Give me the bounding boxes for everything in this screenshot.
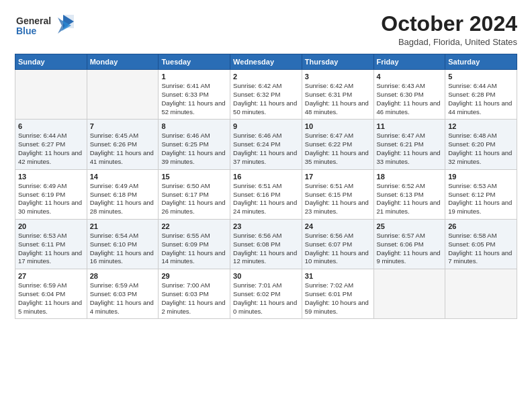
table-row: 1Sunrise: 6:41 AMSunset: 6:33 PMDaylight…	[159, 70, 230, 120]
day-info: Sunrise: 6:47 AMSunset: 6:22 PMDaylight:…	[305, 132, 371, 166]
table-row	[373, 269, 445, 319]
table-row: 4Sunrise: 6:43 AMSunset: 6:30 PMDaylight…	[373, 70, 445, 120]
col-friday: Friday	[373, 54, 445, 70]
day-number: 11	[377, 122, 443, 130]
table-row: 11Sunrise: 6:47 AMSunset: 6:21 PMDayligh…	[373, 120, 445, 169]
title-block: October 2024 Bagdad, Florida, United Sta…	[381, 12, 517, 47]
month-title: October 2024	[381, 12, 517, 36]
table-row: 21Sunrise: 6:54 AMSunset: 6:10 PMDayligh…	[87, 219, 159, 269]
col-monday: Monday	[87, 54, 159, 70]
table-row: 5Sunrise: 6:44 AMSunset: 6:28 PMDaylight…	[445, 70, 517, 120]
day-number: 31	[305, 272, 371, 280]
logo-svg: General Blue	[15, 12, 75, 40]
day-number: 20	[18, 222, 84, 230]
logo-block: General Blue	[15, 12, 75, 43]
table-row: 23Sunrise: 6:56 AMSunset: 6:08 PMDayligh…	[230, 219, 302, 269]
day-number: 15	[161, 173, 227, 181]
day-number: 28	[90, 272, 156, 280]
table-row: 13Sunrise: 6:49 AMSunset: 6:19 PMDayligh…	[15, 169, 87, 219]
day-info: Sunrise: 6:43 AMSunset: 6:30 PMDaylight:…	[377, 82, 443, 116]
col-wednesday: Wednesday	[230, 54, 302, 70]
table-row	[15, 70, 87, 120]
day-info: Sunrise: 6:41 AMSunset: 6:33 PMDaylight:…	[161, 82, 227, 116]
table-row: 3Sunrise: 6:42 AMSunset: 6:31 PMDaylight…	[302, 70, 373, 120]
day-info: Sunrise: 6:59 AMSunset: 6:04 PMDaylight:…	[18, 281, 84, 316]
table-row	[87, 70, 159, 120]
day-info: Sunrise: 6:58 AMSunset: 6:05 PMDaylight:…	[448, 232, 514, 266]
table-row: 29Sunrise: 7:00 AMSunset: 6:03 PMDayligh…	[159, 269, 230, 319]
day-info: Sunrise: 6:47 AMSunset: 6:21 PMDaylight:…	[377, 132, 443, 166]
table-row: 18Sunrise: 6:52 AMSunset: 6:13 PMDayligh…	[373, 169, 445, 219]
day-number: 5	[448, 73, 514, 81]
day-number: 27	[18, 272, 84, 280]
day-info: Sunrise: 6:49 AMSunset: 6:19 PMDaylight:…	[18, 182, 84, 216]
day-info: Sunrise: 6:42 AMSunset: 6:31 PMDaylight:…	[305, 82, 371, 116]
calendar-table: Sunday Monday Tuesday Wednesday Thursday…	[15, 54, 517, 319]
table-row: 31Sunrise: 7:02 AMSunset: 6:01 PMDayligh…	[302, 269, 373, 319]
table-row: 24Sunrise: 6:56 AMSunset: 6:07 PMDayligh…	[302, 219, 373, 269]
table-row: 30Sunrise: 7:01 AMSunset: 6:02 PMDayligh…	[230, 269, 302, 319]
col-sunday: Sunday	[15, 54, 87, 70]
day-info: Sunrise: 6:56 AMSunset: 6:08 PMDaylight:…	[233, 232, 299, 266]
day-number: 2	[233, 73, 299, 81]
day-info: Sunrise: 7:01 AMSunset: 6:02 PMDaylight:…	[233, 281, 299, 316]
day-info: Sunrise: 6:53 AMSunset: 6:11 PMDaylight:…	[18, 232, 84, 266]
day-number: 4	[377, 73, 443, 81]
col-tuesday: Tuesday	[159, 54, 230, 70]
table-row: 12Sunrise: 6:48 AMSunset: 6:20 PMDayligh…	[445, 120, 517, 169]
header: General Blue October 2024 Bagdad, Florid…	[15, 12, 517, 47]
day-number: 19	[448, 173, 514, 181]
table-row: 19Sunrise: 6:53 AMSunset: 6:12 PMDayligh…	[445, 169, 517, 219]
calendar-week-row: 6Sunrise: 6:44 AMSunset: 6:27 PMDaylight…	[15, 120, 517, 169]
day-number: 16	[233, 173, 299, 181]
calendar-week-row: 27Sunrise: 6:59 AMSunset: 6:04 PMDayligh…	[15, 269, 517, 319]
table-row: 2Sunrise: 6:42 AMSunset: 6:32 PMDaylight…	[230, 70, 302, 120]
day-info: Sunrise: 6:55 AMSunset: 6:09 PMDaylight:…	[161, 232, 227, 266]
day-number: 21	[90, 222, 156, 230]
day-number: 17	[305, 173, 371, 181]
table-row: 15Sunrise: 6:50 AMSunset: 6:17 PMDayligh…	[159, 169, 230, 219]
day-number: 10	[305, 122, 371, 130]
day-number: 26	[448, 222, 514, 230]
day-info: Sunrise: 6:50 AMSunset: 6:17 PMDaylight:…	[161, 182, 227, 216]
table-row: 26Sunrise: 6:58 AMSunset: 6:05 PMDayligh…	[445, 219, 517, 269]
day-number: 1	[161, 73, 227, 81]
day-number: 12	[448, 122, 514, 130]
day-number: 29	[161, 272, 227, 280]
table-row: 27Sunrise: 6:59 AMSunset: 6:04 PMDayligh…	[15, 269, 87, 319]
table-row: 7Sunrise: 6:45 AMSunset: 6:26 PMDaylight…	[87, 120, 159, 169]
day-info: Sunrise: 6:45 AMSunset: 6:26 PMDaylight:…	[90, 132, 156, 166]
day-info: Sunrise: 6:54 AMSunset: 6:10 PMDaylight:…	[90, 232, 156, 266]
day-number: 25	[377, 222, 443, 230]
calendar-body: 1Sunrise: 6:41 AMSunset: 6:33 PMDaylight…	[15, 70, 517, 319]
day-number: 13	[18, 173, 84, 181]
day-info: Sunrise: 6:49 AMSunset: 6:18 PMDaylight:…	[90, 182, 156, 216]
day-info: Sunrise: 6:44 AMSunset: 6:27 PMDaylight:…	[18, 132, 84, 166]
table-row: 14Sunrise: 6:49 AMSunset: 6:18 PMDayligh…	[87, 169, 159, 219]
day-info: Sunrise: 6:51 AMSunset: 6:15 PMDaylight:…	[305, 182, 371, 216]
day-number: 14	[90, 173, 156, 181]
svg-text:General: General	[16, 15, 51, 26]
header-row: Sunday Monday Tuesday Wednesday Thursday…	[15, 54, 517, 70]
table-row: 9Sunrise: 6:46 AMSunset: 6:24 PMDaylight…	[230, 120, 302, 169]
svg-text:Blue: Blue	[16, 26, 37, 36]
location: Bagdad, Florida, United States	[381, 37, 517, 47]
day-number: 24	[305, 222, 371, 230]
day-info: Sunrise: 6:59 AMSunset: 6:03 PMDaylight:…	[90, 281, 156, 316]
page: General Blue October 2024 Bagdad, Florid…	[0, 0, 532, 411]
table-row: 22Sunrise: 6:55 AMSunset: 6:09 PMDayligh…	[159, 219, 230, 269]
logo: General Blue	[15, 12, 75, 43]
day-info: Sunrise: 6:53 AMSunset: 6:12 PMDaylight:…	[448, 182, 514, 216]
day-number: 23	[233, 222, 299, 230]
day-info: Sunrise: 6:56 AMSunset: 6:07 PMDaylight:…	[305, 232, 371, 266]
day-info: Sunrise: 7:00 AMSunset: 6:03 PMDaylight:…	[161, 281, 227, 316]
day-number: 8	[161, 122, 227, 130]
day-number: 7	[90, 122, 156, 130]
col-thursday: Thursday	[302, 54, 373, 70]
day-info: Sunrise: 6:42 AMSunset: 6:32 PMDaylight:…	[233, 82, 299, 116]
day-number: 18	[377, 173, 443, 181]
day-info: Sunrise: 6:46 AMSunset: 6:24 PMDaylight:…	[233, 132, 299, 166]
table-row	[445, 269, 517, 319]
table-row: 16Sunrise: 6:51 AMSunset: 6:16 PMDayligh…	[230, 169, 302, 219]
day-info: Sunrise: 6:46 AMSunset: 6:25 PMDaylight:…	[161, 132, 227, 166]
